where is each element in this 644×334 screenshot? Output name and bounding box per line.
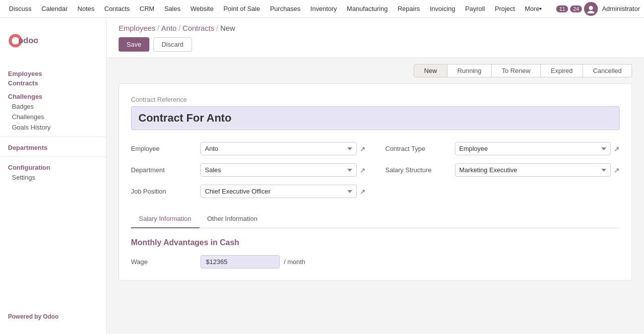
salary-structure-ext-link-icon[interactable]: ↗ bbox=[614, 166, 620, 174]
contract-type-select[interactable]: Employee bbox=[455, 142, 611, 155]
employee-label: Employee bbox=[131, 145, 200, 152]
salary-section: Monthly Advantages in Cash Wage / month bbox=[131, 238, 620, 268]
status-running[interactable]: Running bbox=[448, 64, 492, 77]
avatar bbox=[584, 2, 598, 16]
sidebar-item-challenges[interactable]: Challenges bbox=[0, 112, 106, 122]
wage-input[interactable] bbox=[200, 255, 280, 268]
notification-badge-1[interactable]: 11 bbox=[556, 5, 568, 12]
form-card: Contract Reference Employee Anto ↗ bbox=[119, 83, 632, 281]
department-label: Department bbox=[131, 166, 200, 174]
department-select[interactable]: Sales bbox=[200, 163, 357, 177]
sidebar-configuration-label: Configuration bbox=[0, 161, 106, 172]
sidebar-link-contracts[interactable]: Contracts bbox=[8, 78, 98, 88]
contract-name-input[interactable] bbox=[131, 106, 620, 130]
sidebar: odoo Employees Contracts Challenges Badg… bbox=[0, 18, 107, 334]
breadcrumb-current: New bbox=[220, 24, 235, 32]
status-cancelled[interactable]: Cancelled bbox=[583, 64, 632, 77]
sidebar-link-employees[interactable]: Employees bbox=[8, 69, 98, 78]
nav-inventory[interactable]: Inventory bbox=[306, 0, 342, 18]
nav-more[interactable]: More ▾ bbox=[520, 0, 547, 18]
powered-by-odoo: Powered by Odoo bbox=[8, 313, 59, 320]
wage-label: Wage bbox=[131, 258, 200, 266]
breadcrumb-sep-3: / bbox=[216, 24, 218, 32]
nav-crm[interactable]: CRM bbox=[135, 0, 160, 18]
svg-point-0 bbox=[589, 6, 593, 10]
nav-payroll[interactable]: Payroll bbox=[460, 0, 490, 18]
tabs-row: Salary Information Other Information bbox=[131, 210, 620, 228]
nav-repairs[interactable]: Repairs bbox=[392, 0, 425, 18]
notification-badge-2[interactable]: 24 bbox=[570, 5, 582, 12]
svg-text:odoo: odoo bbox=[18, 36, 38, 45]
breadcrumb-sep-1: / bbox=[157, 24, 159, 32]
wage-period: / month bbox=[284, 258, 305, 266]
nav-calendar[interactable]: Calendar bbox=[37, 0, 73, 18]
nav-discuss[interactable]: Discuss bbox=[4, 0, 37, 18]
job-position-select[interactable]: Chief Executive Officer bbox=[200, 185, 357, 198]
admin-label: Administrator bbox=[600, 5, 640, 12]
main-content: Employees / Anto / Contracts / New Save … bbox=[107, 18, 644, 334]
salary-structure-select[interactable]: Marketing Executive bbox=[455, 163, 611, 177]
nav-sales[interactable]: Sales bbox=[159, 0, 186, 18]
tab-other-info[interactable]: Other Information bbox=[199, 210, 265, 228]
nav-invoicing[interactable]: Invoicing bbox=[425, 0, 460, 18]
job-position-label: Job Position bbox=[131, 188, 200, 195]
nav-website[interactable]: Website bbox=[186, 0, 219, 18]
nav-notes[interactable]: Notes bbox=[72, 0, 99, 18]
status-expired[interactable]: Expired bbox=[541, 64, 583, 77]
breadcrumb-employees[interactable]: Employees bbox=[119, 24, 155, 32]
breadcrumb-sep-2: / bbox=[179, 24, 181, 32]
status-new[interactable]: New bbox=[414, 64, 448, 77]
sidebar-challenges-label: Challenges bbox=[0, 90, 106, 101]
status-to-renew[interactable]: To Renew bbox=[492, 64, 541, 77]
employee-select[interactable]: Anto bbox=[200, 142, 357, 155]
sidebar-departments-label: Departments bbox=[0, 141, 106, 152]
breadcrumb: Employees / Anto / Contracts / New bbox=[119, 24, 632, 32]
salary-structure-label: Salary Structure bbox=[386, 166, 455, 174]
save-button[interactable]: Save bbox=[119, 37, 149, 52]
nav-point-of-sale[interactable]: Point of Sale bbox=[218, 0, 265, 18]
tab-salary-info[interactable]: Salary Information bbox=[131, 210, 199, 228]
nav-purchases[interactable]: Purchases bbox=[265, 0, 305, 18]
top-nav: Discuss Calendar Notes Contacts CRM Sale… bbox=[0, 0, 644, 18]
breadcrumb-contracts[interactable]: Contracts bbox=[183, 24, 214, 32]
salary-section-title: Monthly Advantages in Cash bbox=[131, 238, 620, 247]
nav-contacts[interactable]: Contacts bbox=[99, 0, 134, 18]
discard-button[interactable]: Discard bbox=[153, 37, 192, 52]
contract-type-ext-link-icon[interactable]: ↗ bbox=[614, 145, 620, 153]
nav-project[interactable]: Project bbox=[490, 0, 519, 18]
sidebar-item-goals-history[interactable]: Goals History bbox=[0, 122, 106, 133]
breadcrumb-anto[interactable]: Anto bbox=[161, 24, 177, 32]
sidebar-item-badges[interactable]: Badges bbox=[0, 101, 106, 112]
employee-ext-link-icon[interactable]: ↗ bbox=[360, 145, 366, 153]
department-ext-link-icon[interactable]: ↗ bbox=[360, 166, 366, 174]
more-chevron-icon: ▾ bbox=[539, 6, 542, 11]
svg-point-1 bbox=[587, 11, 594, 13]
odoo-logo: odoo bbox=[8, 26, 38, 56]
job-position-ext-link-icon[interactable]: ↗ bbox=[360, 188, 366, 196]
status-bar: New Running To Renew Expired Cancelled bbox=[107, 58, 644, 83]
contract-ref-label: Contract Reference bbox=[131, 96, 620, 103]
svg-point-3 bbox=[12, 37, 19, 45]
sidebar-item-settings[interactable]: Settings bbox=[0, 172, 106, 183]
nav-manufacturing[interactable]: Manufacturing bbox=[342, 0, 392, 18]
contract-type-label: Contract Type bbox=[386, 145, 455, 152]
